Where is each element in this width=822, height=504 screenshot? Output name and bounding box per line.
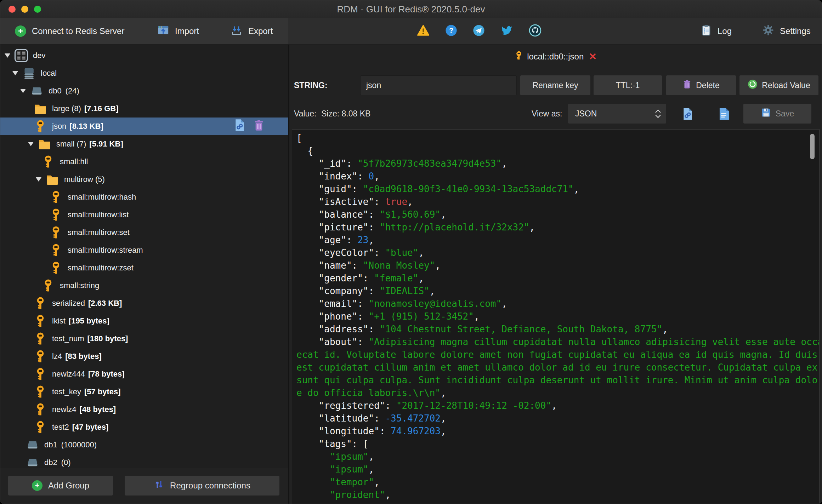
json-code: [ { "_id": "5f7b26973c483ea3479d4e53", "…: [292, 130, 819, 501]
tree-row-count: (24): [66, 86, 79, 96]
tree-row-newlz4[interactable]: newlz4[48 bytes]: [0, 401, 288, 418]
expand-arrow-icon[interactable]: [5, 53, 14, 58]
tab-close-icon[interactable]: ✕: [589, 51, 597, 62]
expand-arrow-icon[interactable]: [28, 142, 38, 146]
folder-icon: [45, 172, 59, 187]
log-label: Log: [718, 26, 732, 36]
tab-local-db0-json[interactable]: local::db0::json ✕: [289, 45, 822, 69]
scrollbar-thumb[interactable]: [810, 134, 815, 159]
tree-row-label: small:string: [60, 281, 99, 290]
regroup-connections-button[interactable]: Regroup connections: [125, 476, 279, 496]
key-icon: [49, 243, 63, 257]
key-name-input[interactable]: [360, 75, 517, 95]
tree-row-serialized[interactable]: serialized[2.63 KB]: [0, 294, 288, 312]
key-icon: [33, 119, 47, 133]
tree-row-lz4[interactable]: lz4[83 bytes]: [0, 348, 288, 365]
connect-to-redis-server-button[interactable]: + Connect to Redis Server: [15, 18, 124, 44]
tree-row-label: test2: [52, 423, 69, 432]
tree-row-count: (0): [61, 458, 71, 467]
code-line: "longitude": 74.967203,: [296, 425, 819, 437]
plus-icon: +: [15, 25, 26, 37]
tree-row-db2[interactable]: db2(0): [0, 454, 288, 469]
tree-row-small-hll[interactable]: small:hll: [0, 153, 288, 171]
rename-key-label: Rename key: [532, 81, 578, 90]
delete-label: Delete: [696, 81, 719, 90]
reload-value-button[interactable]: Reload Value: [739, 75, 818, 95]
tree-row-label: multirow (5): [64, 175, 105, 184]
tree-row-small-string[interactable]: small:string: [0, 277, 288, 294]
tree-row-size: [83 bytes]: [65, 352, 102, 361]
main-panel: local::db0::json ✕ STRING: Rename key TT…: [289, 45, 822, 504]
tree-row-small-multirow-zset[interactable]: small:multirow:zset: [0, 259, 288, 277]
tree-row-size: [195 bytes]: [69, 316, 109, 326]
tree-row-local[interactable]: local: [0, 64, 288, 82]
log-button[interactable]: Log: [701, 18, 732, 44]
expand-arrow-icon[interactable]: [20, 89, 30, 93]
expand-arrow-icon[interactable]: [12, 71, 22, 75]
telegram-icon[interactable]: [473, 24, 485, 38]
code-line: "eyeColor": "blue",: [296, 246, 819, 259]
github-icon[interactable]: [529, 24, 542, 38]
tree-row-label: small:multirow:list: [68, 210, 129, 219]
trash-icon: [682, 79, 692, 91]
add-group-label: Add Group: [48, 481, 89, 491]
tree-row-large-8-[interactable]: large (8)[7.16 GB]: [0, 100, 288, 118]
warning-icon[interactable]: [417, 24, 430, 38]
tree-row-test-num[interactable]: test_num[180 bytes]: [0, 330, 288, 348]
toolbar: + Connect to Redis Server Import Export …: [0, 18, 822, 44]
tree-row-small-multirow-list[interactable]: small:multirow:list: [0, 206, 288, 224]
tree-row-small-7-[interactable]: small (7)[5.91 KB]: [0, 135, 288, 153]
window-title: RDM - GUI for Redis® 2020.5.0-dev: [0, 0, 822, 18]
rename-key-button[interactable]: Rename key: [520, 75, 590, 95]
export-label: Export: [248, 26, 273, 36]
code-line: "address": "104 Chestnut Street, Defianc…: [296, 323, 819, 336]
trash-icon[interactable]: [253, 119, 265, 134]
key-icon: [33, 296, 47, 310]
add-group-button[interactable]: + Add Group: [8, 476, 113, 496]
sidebar-bottom-bar: + Add Group Regroup connections: [0, 469, 288, 504]
import-button[interactable]: Import: [157, 18, 199, 44]
tree-row-multirow-5-[interactable]: multirow (5): [0, 171, 288, 188]
tree-row-dev[interactable]: dev: [0, 47, 288, 64]
document-link-icon[interactable]: [233, 119, 246, 134]
tree-row-small-multirow-stream[interactable]: small:multirow:stream: [0, 241, 288, 259]
code-line: "age": 23,: [296, 234, 819, 246]
view-as-dropdown[interactable]: JSON: [568, 104, 666, 124]
tree-row-newlz444[interactable]: newlz444[78 bytes]: [0, 365, 288, 383]
tree-row-lkist[interactable]: lkist[195 bytes]: [0, 312, 288, 330]
json-value-viewer[interactable]: [ { "_id": "5f7b26973c483ea3479d4e53", "…: [292, 129, 820, 504]
delete-button[interactable]: Delete: [666, 75, 736, 95]
twitter-icon[interactable]: [500, 24, 513, 38]
tree-row-test2[interactable]: test2[47 bytes]: [0, 418, 288, 436]
titlebar: RDM - GUI for Redis® 2020.5.0-dev: [0, 0, 822, 18]
tree-row-json[interactable]: json[8.13 KB]: [0, 118, 288, 135]
save-label: Save: [776, 109, 794, 119]
settings-button[interactable]: Settings: [762, 18, 811, 44]
tree-row-size: [2.63 KB]: [88, 299, 122, 308]
tree-row-small-multirow-set[interactable]: small:multirow:set: [0, 224, 288, 241]
log-icon: [701, 24, 712, 38]
reload-value-label: Reload Value: [762, 81, 810, 90]
tree-row-label: small:multirow:hash: [68, 193, 136, 202]
tree-row-db1[interactable]: db1(1000000): [0, 436, 288, 454]
code-line: "index": 0,: [296, 170, 819, 183]
tree-row-db0[interactable]: db0(24): [0, 82, 288, 100]
tree-row-small-multirow-hash[interactable]: small:multirow:hash: [0, 188, 288, 206]
code-line: "email": "nonamosley@idealis.com",: [296, 297, 819, 310]
export-button[interactable]: Export: [231, 18, 273, 44]
document-text-icon[interactable]: [719, 107, 730, 122]
tree-row-label: db0: [49, 86, 62, 96]
db-icon: [25, 438, 40, 452]
expand-arrow-icon[interactable]: [36, 177, 45, 182]
app-window: RDM - GUI for Redis® 2020.5.0-dev + Conn…: [0, 0, 822, 504]
tree-row-test-key[interactable]: test_key[57 bytes]: [0, 383, 288, 401]
code-line: est cupidatat cillum anim et amet ullamc…: [296, 361, 819, 374]
code-line: "balance": "$1,560.69",: [296, 208, 819, 221]
save-button[interactable]: Save: [743, 104, 811, 124]
ttl-button[interactable]: TTL:-1: [594, 75, 662, 95]
help-icon[interactable]: ?: [445, 24, 457, 38]
key-icon: [33, 367, 47, 381]
document-link-icon[interactable]: [681, 107, 694, 122]
tree-row-size: [47 bytes]: [72, 423, 109, 432]
code-line: "latitude": -35.472702,: [296, 412, 819, 425]
